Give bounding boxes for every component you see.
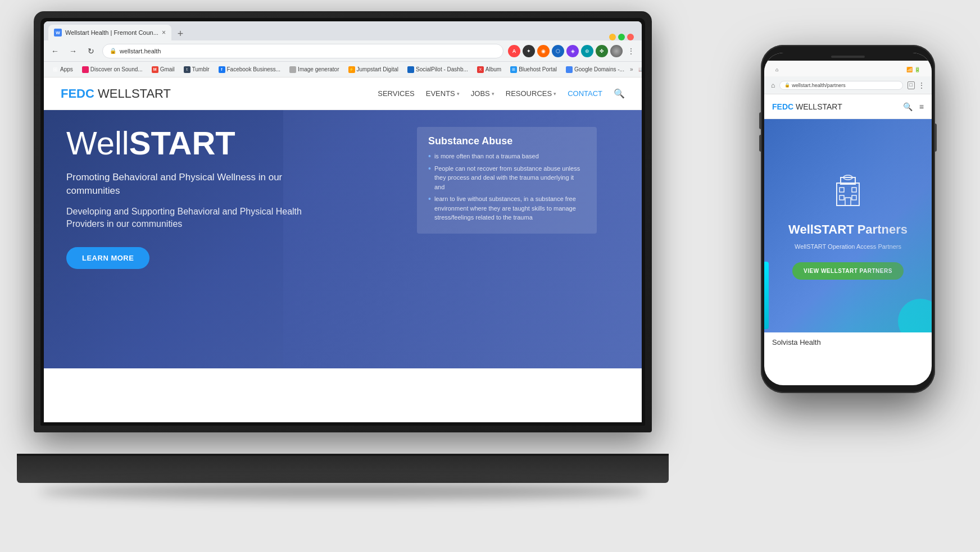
bookmark-facebook[interactable]: f Facebook Business... [215, 65, 284, 74]
laptop-screen-bezel: W Wellstart Health | Fremont Coun... × +… [40, 18, 645, 426]
bookmark-album[interactable]: X Album [474, 65, 505, 74]
bookmark-bluehost-label: Bluehost Portal [519, 66, 557, 72]
phone-url-text: wellstart.health/partners [792, 83, 846, 88]
phone-hero: WellSTART Partners WellSTART Operation A… [764, 119, 932, 332]
nav-jobs[interactable]: JOBS ▾ [471, 89, 494, 98]
google-domains-icon [566, 66, 573, 73]
phone-url-bar[interactable]: 🔒 wellstart.health/partners [779, 81, 902, 90]
url-text: wellstart.health [120, 48, 161, 54]
tumblr-icon: t [184, 66, 190, 73]
nav-services[interactable]: SERVICES [378, 89, 415, 98]
resources-dropdown-arrow: ▾ [553, 91, 556, 97]
hero-title-regular: Well [66, 125, 129, 161]
reading-list-icon: 📖 [638, 66, 642, 72]
favicon: W [54, 29, 62, 37]
bookmark-apps[interactable]: ⊞ Apps [48, 65, 76, 74]
svg-rect-6 [845, 198, 851, 206]
forward-button[interactable]: → [66, 44, 80, 58]
reading-list[interactable]: 📖 Reading list [635, 62, 642, 77]
phone-speaker-bar [831, 56, 865, 58]
hero-section: Substance Abuse is more often than not a… [44, 110, 642, 368]
phone-cyan-accent [764, 262, 769, 329]
slide-text-2: People can not recover from substance ab… [434, 164, 586, 192]
phone-header-actions: 🔍 ≡ [903, 102, 924, 111]
slide-bullet-2: People can not recover from substance ab… [428, 164, 586, 192]
close-button[interactable] [627, 34, 634, 40]
slide-text-1: is more often than not a trauma based [434, 152, 539, 161]
ext-icon-1[interactable]: A [508, 45, 520, 57]
browser-action-buttons: A ✦ ◉ ⬡ ◈ ⊛ ✤ ⋮ [508, 45, 637, 57]
ext-icon-2[interactable]: ✦ [523, 45, 535, 57]
tab-close-button[interactable]: × [162, 29, 166, 37]
jobs-dropdown-arrow: ▾ [492, 91, 494, 97]
nav-resources[interactable]: RESOURCES ▾ [506, 89, 556, 98]
svg-rect-5 [852, 195, 856, 200]
bookmark-gmail[interactable]: M Gmail [148, 65, 178, 74]
phone-browser-bar: ⌂ 🔒 wellstart.health/partners □ ⋮ [764, 76, 932, 94]
minimize-button[interactable] [609, 34, 616, 40]
bookmark-tumblr[interactable]: t Tumblr [180, 65, 213, 74]
bookmark-google-domains[interactable]: Google Domains -... [562, 65, 628, 74]
ext-icon-7[interactable]: ✤ [596, 45, 608, 57]
bookmark-tumblr-label: Tumblr [192, 66, 210, 72]
bookmark-image-gen-label: Image generator [298, 66, 339, 72]
hero-subtitle-1: Promoting Behavioral and Physical Wellne… [66, 171, 302, 198]
phone-home-icon[interactable]: ⌂ [771, 81, 775, 89]
ext-icon-3[interactable]: ◉ [537, 45, 550, 57]
phone-site-header: FEDC WELLSTART 🔍 ≡ [764, 94, 932, 119]
phone-lock-icon: 🔒 [784, 83, 790, 88]
bookmarks-more[interactable]: » [630, 66, 633, 72]
bookmark-gmail-label: Gmail [160, 66, 175, 72]
phone-hamburger-menu[interactable]: ≡ [919, 102, 924, 111]
site-logo: FEDC WELLSTART [61, 86, 171, 101]
phone-bottom-content: Solvista Health [764, 332, 932, 352]
maximize-button[interactable] [618, 34, 625, 40]
site-header: FEDC WELLSTART SERVICES EVENTS ▾ JOBS ▾ … [44, 77, 642, 110]
phone-browser-tabs[interactable]: □ [908, 81, 915, 89]
website-content: FEDC WELLSTART SERVICES EVENTS ▾ JOBS ▾ … [44, 77, 642, 422]
phone-screen: ⌂ 📶 🔋 ⌂ 🔒 wellstart.health/partners □ ⋮ … [764, 53, 932, 385]
refresh-button[interactable]: ↻ [84, 44, 98, 58]
bookmark-socialpilot[interactable]: SocialPilot - Dashb... [404, 65, 471, 74]
site-nav: SERVICES EVENTS ▾ JOBS ▾ RESOURCES ▾ CON… [378, 88, 625, 99]
discover-icon [82, 66, 89, 73]
album-icon: X [477, 66, 484, 73]
more-options[interactable]: ⋮ [625, 45, 637, 57]
phone-hero-building-icon [828, 172, 868, 213]
phone-status-bar: ⌂ 📶 🔋 [764, 61, 932, 76]
new-tab-button[interactable]: + [174, 27, 187, 40]
phone-notch-area [764, 53, 932, 61]
address-bar-input[interactable]: 🔒 wellstart.health [102, 44, 503, 58]
apps-icon: ⊞ [52, 66, 58, 73]
nav-events[interactable]: EVENTS ▾ [426, 89, 460, 98]
ext-icon-4[interactable]: ⬡ [552, 45, 564, 57]
learn-more-button[interactable]: LEARN MORE [66, 247, 149, 269]
bookmark-bluehost[interactable]: ⊞ Bluehost Portal [507, 65, 560, 74]
phone-volume-down [759, 135, 761, 152]
browser-tab-active[interactable]: W Wellstart Health | Fremont Coun... × [48, 25, 171, 40]
phone-search-icon[interactable]: 🔍 [903, 102, 913, 111]
ext-icon-5[interactable]: ◈ [566, 45, 579, 57]
phone-status-left: ⌂ [775, 67, 778, 72]
laptop-device: W Wellstart Health | Fremont Coun... × +… [17, 11, 669, 517]
ext-icon-6[interactable]: ⊛ [581, 45, 593, 57]
back-button[interactable]: ← [48, 44, 62, 58]
phone-volume-up [759, 112, 761, 129]
phone-power-button [935, 124, 937, 152]
site-search-button[interactable]: 🔍 [614, 88, 625, 99]
bookmark-discover[interactable]: Discover on Sound... [79, 65, 146, 74]
laptop-shadow [39, 483, 646, 500]
bookmark-discover-label: Discover on Sound... [90, 66, 143, 72]
bookmark-jumpstart[interactable]: ⚡ Jumpstart Digital [345, 65, 402, 74]
ext-icon-8[interactable] [610, 45, 623, 57]
hero-slide-content: Substance Abuse is more often than not a… [417, 127, 597, 234]
hero-title: WellSTART [66, 127, 302, 159]
phone-browser-more[interactable]: ⋮ [918, 81, 925, 89]
phone-site-logo: FEDC WELLSTART [772, 102, 842, 111]
slide-bullet-1: is more often than not a trauma based [428, 152, 586, 161]
nav-contact[interactable]: CONTACT [568, 89, 602, 98]
phone-logo-wellstart: WELLSTART [796, 102, 842, 111]
jumpstart-icon: ⚡ [348, 66, 355, 73]
hero-subtitle-2: Developing and Supporting Behavioral and… [66, 206, 302, 231]
bookmark-image-gen[interactable]: Image generator [286, 65, 342, 74]
